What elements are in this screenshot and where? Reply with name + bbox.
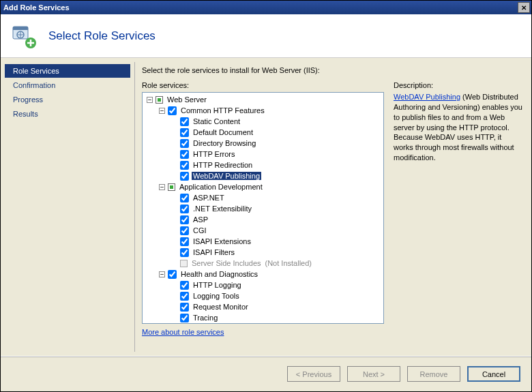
checkbox[interactable] xyxy=(180,117,189,126)
tree-row[interactable]: −Web Server xyxy=(143,94,383,105)
tree-row[interactable]: Static Content xyxy=(143,116,383,127)
tree-row[interactable]: WebDAV Publishing xyxy=(143,170,383,181)
tree-row[interactable]: ASP.NET xyxy=(143,192,383,203)
tree-row[interactable]: Default Document xyxy=(143,127,383,138)
tree-node-label[interactable]: Application Development xyxy=(178,183,264,191)
tree-row[interactable]: Tracing xyxy=(143,312,383,323)
tree-node-label[interactable]: Server Side Includes xyxy=(190,259,263,267)
tree-node-label[interactable]: HTTP Redirection xyxy=(192,161,254,169)
more-about-link[interactable]: More about role services xyxy=(142,328,384,336)
tree-row[interactable]: Server Side Includes(Not Installed) xyxy=(143,258,383,269)
tree-node-label[interactable]: Request Monitor xyxy=(192,303,250,311)
expander-spacer xyxy=(171,228,177,234)
checkbox[interactable] xyxy=(180,194,189,202)
collapse-icon[interactable]: − xyxy=(159,108,165,114)
expander-spacer xyxy=(171,250,177,256)
collapse-icon[interactable]: − xyxy=(159,184,165,190)
expander-spacer xyxy=(171,140,177,147)
expander-spacer xyxy=(171,151,177,157)
checkbox-disabled xyxy=(180,260,188,267)
checkbox[interactable] xyxy=(180,139,189,148)
tree-row[interactable]: .NET Extensibility xyxy=(143,203,383,214)
tree-node-label[interactable]: Default Document xyxy=(192,128,254,136)
previous-button[interactable]: < Previous xyxy=(287,366,340,382)
tree-node-label[interactable]: Health and Diagnostics xyxy=(179,270,259,278)
body: Role ServicesConfirmationProgressResults… xyxy=(1,58,531,356)
svg-rect-1 xyxy=(13,27,28,30)
tree-node-label[interactable]: HTTP Errors xyxy=(192,150,237,158)
window-title: Add Role Services xyxy=(3,3,70,12)
checkbox[interactable] xyxy=(180,226,189,235)
tree-row[interactable]: Directory Browsing xyxy=(143,138,383,149)
sidebar-item-results[interactable]: Results xyxy=(5,107,130,121)
expander-spacer xyxy=(171,315,177,321)
checkbox[interactable] xyxy=(180,161,189,170)
tree-row[interactable]: −Application Development xyxy=(143,181,383,192)
expander-spacer xyxy=(171,173,177,179)
cancel-button[interactable]: Cancel xyxy=(467,366,520,382)
checkbox[interactable] xyxy=(168,106,177,115)
tree-row[interactable]: −Health and Diagnostics xyxy=(143,269,383,280)
header: Select Role Services xyxy=(1,14,531,58)
tree-node-label[interactable]: Static Content xyxy=(192,117,241,125)
description-body: (Web Distributed Authoring and Versionin… xyxy=(394,93,522,162)
checkbox[interactable] xyxy=(180,281,189,290)
checkbox[interactable] xyxy=(180,292,189,301)
expander-spacer xyxy=(171,206,177,212)
collapse-icon[interactable]: − xyxy=(159,271,165,277)
checkbox[interactable] xyxy=(180,237,189,246)
checkbox[interactable] xyxy=(180,150,189,159)
page-title: Select Role Services xyxy=(48,29,156,43)
tree-row[interactable]: HTTP Logging xyxy=(143,280,383,290)
main-panel: Select the role services to install for … xyxy=(135,58,531,356)
description-label: Description: xyxy=(394,81,523,89)
checkbox[interactable] xyxy=(180,248,189,257)
expander-spacer xyxy=(171,130,177,136)
sidebar-item-progress[interactable]: Progress xyxy=(5,93,130,106)
expander-spacer xyxy=(171,260,177,267)
sidebar-item-confirmation[interactable]: Confirmation xyxy=(5,78,130,92)
tree-node-label[interactable]: ISAPI Extensions xyxy=(192,237,252,245)
tree-node-label[interactable]: ASP xyxy=(192,215,209,224)
tree-node-label[interactable]: Directory Browsing xyxy=(192,139,257,147)
checkbox[interactable] xyxy=(180,303,189,312)
checkbox[interactable] xyxy=(180,172,189,181)
checkbox-tristate[interactable] xyxy=(168,183,175,191)
tree-row[interactable]: ISAPI Filters xyxy=(143,247,383,258)
tree-row[interactable]: ASP xyxy=(143,214,383,225)
tree-node-label[interactable]: Logging Tools xyxy=(192,292,241,300)
tree-label: Role services: xyxy=(142,81,384,89)
tree-row[interactable]: Logging Tools xyxy=(143,290,383,301)
tree-row[interactable]: HTTP Errors xyxy=(143,149,383,160)
tree-row[interactable]: Request Monitor xyxy=(143,301,383,312)
description-link[interactable]: WebDAV Publishing xyxy=(394,93,460,101)
checkbox[interactable] xyxy=(180,215,189,224)
checkbox[interactable] xyxy=(180,205,189,213)
tree-node-label[interactable]: ISAPI Filters xyxy=(192,248,236,256)
tree-node-label[interactable]: .NET Extensibility xyxy=(192,205,253,213)
checkbox[interactable] xyxy=(180,314,189,322)
checkbox[interactable] xyxy=(168,270,177,279)
remove-button[interactable]: Remove xyxy=(407,366,460,382)
checkbox[interactable] xyxy=(180,128,189,137)
tree-row[interactable]: HTTP Redirection xyxy=(143,160,383,170)
checkbox-tristate[interactable] xyxy=(156,96,163,104)
role-services-tree[interactable]: −Web Server−Common HTTP FeaturesStatic C… xyxy=(142,92,384,324)
tree-node-label[interactable]: Tracing xyxy=(192,314,219,322)
tree-row[interactable]: −Common HTTP Features xyxy=(143,105,383,116)
tree-node-label[interactable]: HTTP Logging xyxy=(192,281,243,289)
tree-node-label[interactable]: ASP.NET xyxy=(192,194,226,202)
tree-node-label[interactable]: CGI xyxy=(192,226,208,235)
tree-node-label[interactable]: Common HTTP Features xyxy=(179,106,266,115)
tree-row[interactable]: CGI xyxy=(143,225,383,236)
close-button[interactable]: ✕ xyxy=(518,2,530,13)
expander-spacer xyxy=(171,282,177,288)
tree-node-label[interactable]: WebDAV Publishing xyxy=(192,172,261,180)
next-button[interactable]: Next > xyxy=(347,366,400,382)
tree-row[interactable]: ISAPI Extensions xyxy=(143,236,383,247)
collapse-icon[interactable]: − xyxy=(147,97,153,103)
sidebar: Role ServicesConfirmationProgressResults xyxy=(1,58,134,356)
tree-node-label[interactable]: Web Server xyxy=(166,95,208,104)
sidebar-item-role-services[interactable]: Role Services xyxy=(5,64,130,78)
expander-spacer xyxy=(171,119,177,125)
